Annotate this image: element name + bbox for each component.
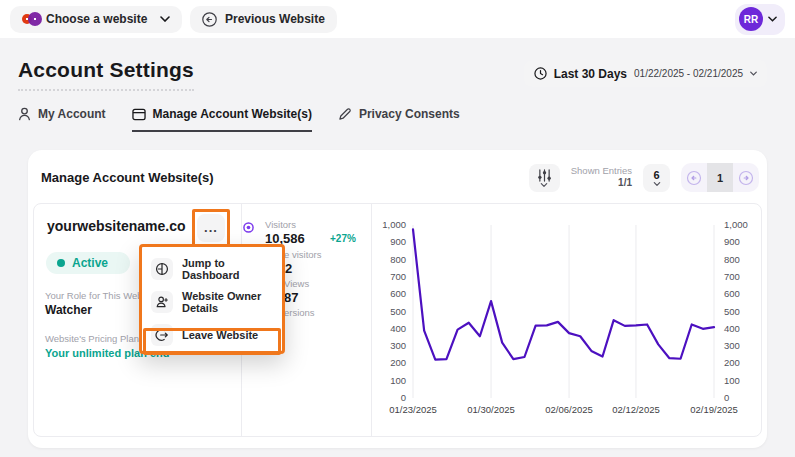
- page-title: Account Settings: [18, 58, 194, 91]
- choose-website-dropdown[interactable]: Choose a website: [10, 6, 182, 33]
- website-name[interactable]: yourwebsitename.co: [47, 218, 186, 234]
- date-range-picker[interactable]: Last 30 Days 01/22/2025 - 02/21/2025: [524, 60, 767, 87]
- previous-website-button[interactable]: Previous Website: [190, 6, 337, 33]
- svg-text:900: 900: [390, 236, 406, 247]
- card-title: Manage Account Website(s): [41, 170, 214, 185]
- svg-text:800: 800: [390, 254, 406, 265]
- svg-text:02/06/2025: 02/06/2025: [545, 404, 593, 415]
- tab-label: Privacy Consents: [359, 107, 460, 121]
- svg-text:600: 600: [724, 288, 740, 299]
- user-menu-button[interactable]: RR: [735, 4, 785, 35]
- clock-icon: [534, 67, 547, 80]
- svg-text:700: 700: [390, 271, 406, 282]
- top-bar: Choose a website Previous Website RR: [0, 0, 795, 38]
- svg-text:01/30/2025: 01/30/2025: [467, 404, 515, 415]
- svg-text:200: 200: [724, 357, 740, 368]
- website-actions-button[interactable]: ...: [197, 214, 225, 242]
- chevron-down-icon: [160, 16, 170, 22]
- pagination: 1: [681, 163, 759, 192]
- avatar: RR: [739, 7, 763, 31]
- stat-views-label-fragment: Views: [284, 278, 309, 289]
- svg-text:500: 500: [390, 306, 406, 317]
- svg-text:700: 700: [724, 271, 740, 282]
- stat-conversions-label-fragment: ersions: [284, 307, 315, 318]
- stat-unique-visitors-label-fragment: e visitors: [284, 249, 321, 260]
- menu-item-website-owner-details[interactable]: Website Owner Details: [142, 285, 282, 318]
- svg-text:100: 100: [724, 375, 740, 386]
- svg-text:1,000: 1,000: [382, 219, 406, 230]
- date-range-label: Last 30 Days: [554, 67, 627, 81]
- chevron-down-icon: [768, 16, 777, 22]
- leave-icon: [151, 324, 173, 346]
- settings-tabs: My Account Manage Account Website(s) Pri…: [0, 91, 795, 132]
- tab-label: Manage Account Website(s): [153, 107, 312, 121]
- arrow-left-circle-icon: [202, 12, 217, 27]
- entries-per-page-select[interactable]: 6: [643, 164, 670, 192]
- entries-per-page-value: 6: [653, 169, 659, 181]
- browser-icon: [132, 108, 146, 121]
- shown-entries-value: 1/1: [571, 177, 632, 190]
- svg-text:02/12/2025: 02/12/2025: [612, 404, 660, 415]
- menu-item-label: Leave Website: [182, 329, 258, 341]
- svg-text:02/19/2025: 02/19/2025: [690, 404, 738, 415]
- stat-views-value-fragment: 87: [284, 290, 298, 305]
- menu-item-jump-to-dashboard[interactable]: Jump to Dashboard: [142, 252, 282, 285]
- website-row: yourwebsitename.co ... Active Your Role …: [33, 203, 762, 437]
- chevron-down-icon: [750, 71, 757, 76]
- date-range-value: 01/22/2025 - 02/21/2025: [634, 68, 743, 79]
- menu-item-leave-website[interactable]: Leave Website: [142, 318, 282, 351]
- current-page[interactable]: 1: [707, 163, 733, 192]
- brand-logo-icon: [22, 12, 38, 26]
- svg-text:300: 300: [724, 340, 740, 351]
- next-page-button[interactable]: [733, 163, 759, 192]
- svg-text:400: 400: [390, 323, 406, 334]
- svg-text:01/23/2025: 01/23/2025: [389, 404, 437, 415]
- chevron-down-icon: [540, 183, 548, 187]
- role-value: Watcher: [45, 303, 92, 317]
- prev-page-button[interactable]: [681, 163, 707, 192]
- pen-icon: [338, 107, 352, 121]
- shown-entries: Shown Entries 1/1: [571, 165, 632, 189]
- svg-text:200: 200: [390, 357, 406, 368]
- svg-text:400: 400: [724, 323, 740, 334]
- tab-manage-account-websites[interactable]: Manage Account Website(s): [132, 107, 312, 132]
- menu-item-label: Jump to Dashboard: [182, 257, 273, 281]
- svg-text:0: 0: [724, 392, 729, 403]
- status-dot-icon: [57, 259, 65, 267]
- status-label: Active: [72, 256, 108, 270]
- svg-text:800: 800: [724, 254, 740, 265]
- choose-website-label: Choose a website: [46, 12, 147, 26]
- svg-text:900: 900: [724, 236, 740, 247]
- filter-button[interactable]: [529, 164, 560, 192]
- shown-entries-label: Shown Entries: [571, 165, 632, 177]
- tab-label: My Account: [38, 107, 106, 121]
- website-actions-menu: Jump to Dashboard Website Owner Details …: [139, 244, 285, 354]
- manage-websites-card: Manage Account Website(s) Shown Entries …: [28, 150, 767, 448]
- svg-text:1,000: 1,000: [724, 219, 748, 230]
- tab-privacy-consents[interactable]: Privacy Consents: [338, 107, 460, 132]
- previous-website-label: Previous Website: [225, 12, 325, 26]
- arrow-left-circle-icon: [686, 170, 702, 186]
- stat-visitors-label: Visitors: [265, 219, 296, 230]
- plan-label: Website's Pricing Plan:: [45, 333, 142, 344]
- svg-text:300: 300: [390, 340, 406, 351]
- svg-text:500: 500: [724, 306, 740, 317]
- tab-my-account[interactable]: My Account: [18, 107, 106, 132]
- arrow-right-circle-icon: [738, 170, 754, 186]
- chevron-down-icon: [653, 182, 661, 186]
- stat-visitors-delta: +27%: [330, 233, 356, 244]
- menu-item-label: Website Owner Details: [182, 290, 273, 314]
- stat-unique-visitors-value-fragment: 2: [285, 261, 292, 276]
- person-add-icon: [151, 291, 173, 313]
- status-badge: Active: [46, 252, 130, 274]
- svg-text:600: 600: [390, 288, 406, 299]
- dashboard-icon: [151, 258, 173, 280]
- sliders-icon: [537, 169, 552, 182]
- visitors-target-icon: [243, 222, 254, 233]
- svg-text:0: 0: [401, 392, 406, 403]
- visitors-chart: 0010010020020030030040040050050060060070…: [371, 204, 763, 437]
- user-icon: [18, 107, 31, 121]
- svg-text:100: 100: [390, 375, 406, 386]
